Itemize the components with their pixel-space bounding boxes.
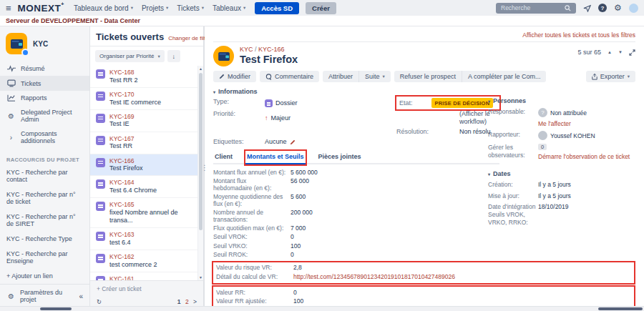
field-label: Valeur du risque VR: (216, 265, 293, 272)
sidebar-item-tickets[interactable]: Tickets (0, 76, 89, 91)
navbar-menu-item[interactable]: Projets▾ (139, 3, 171, 14)
assignee-value: Non attribuée (550, 109, 587, 117)
issue-type-icon (96, 276, 105, 280)
ticket-list-item[interactable]: KYC-163 test 6.4 (90, 228, 197, 250)
settings-icon[interactable]: ⚙ (613, 4, 623, 13)
previous-ticket-icon[interactable]: ▲ (608, 50, 612, 54)
search-input[interactable] (499, 4, 563, 12)
monext-logo[interactable]: MONEXT+ (18, 3, 64, 14)
acces-sd-button[interactable]: Accès SD (255, 2, 299, 14)
edit-button[interactable]: Modifier (213, 71, 256, 82)
send-icon[interactable] (582, 4, 592, 13)
assign-to-me-link[interactable]: Me l'affecter (538, 120, 623, 127)
refresh-icon[interactable]: ↻ (97, 298, 102, 305)
top-navbar: ≡ MONEXT+ Tableaux de bord▾ Projets▾ Tic… (0, 0, 644, 16)
ticket-list-item[interactable]: KYC-168 Test RR 2 (90, 66, 197, 88)
export-button[interactable]: Exporter ▾ (586, 71, 635, 82)
ticket-list-item[interactable]: KYC-169 Test IE (90, 110, 197, 132)
shortcut-link[interactable]: KYC - Recherche par n° de ticket (0, 187, 89, 209)
sort-dropdown[interactable]: Organiser par Priorité▾ (95, 50, 165, 62)
show-all-filters-link[interactable]: Afficher toutes les tickets et tous les … (213, 26, 635, 42)
fields-main: Montant flux annuel (en €): 5 600 000 Mo… (213, 167, 499, 259)
ticket-list-item[interactable]: KYC-164 Test 6.4 Chrome (90, 176, 197, 198)
shortcut-link[interactable]: KYC - Recherche par n° de SIRET (0, 209, 89, 231)
sidebar-item-resume[interactable]: Résumé (0, 61, 89, 76)
navbar-menu-item[interactable]: Tableaux de bord▾ (71, 3, 136, 14)
field-row: Montant flux annuel (en €): 5 600 000 (213, 167, 499, 176)
breadcrumb-ticket-key[interactable]: KYC-166 (258, 46, 285, 53)
more-actions-button[interactable]: Suite▾ (359, 71, 391, 82)
create-button[interactable]: Créer (306, 2, 336, 14)
ticket-list-item[interactable]: KYC-165 fixed Nombre annuel de transa... (90, 198, 197, 228)
scroll-up-icon[interactable]: ▲ (198, 66, 203, 71)
page-next-link[interactable]: > (193, 298, 197, 305)
user-avatar[interactable] (629, 4, 638, 13)
tab[interactable]: Client (213, 151, 234, 163)
shortcut-link[interactable]: KYC - Recherche par contact (0, 164, 89, 187)
assign-button[interactable]: Attribuer (323, 71, 359, 82)
scrollbar-thumb[interactable] (199, 73, 203, 230)
chevron-down-icon: ▾ (488, 172, 490, 177)
navbar-menu-item[interactable]: Tickets▾ (174, 3, 207, 14)
panel-resizer-handle[interactable]: ⋮ (201, 164, 208, 172)
sidebar-item-rapports[interactable]: Rapports (0, 91, 89, 105)
ticket-list-item[interactable]: KYC-162 test commerce 2 (90, 250, 197, 272)
page-2-link[interactable]: 2 (185, 298, 189, 305)
project-header[interactable]: KYC (0, 26, 89, 61)
horizontal-scrollbar[interactable] (0, 306, 644, 311)
edit-labels-icon[interactable] (290, 139, 296, 145)
start-watching-link[interactable]: Démarre l'observation de ce ticket (538, 153, 630, 160)
complete-by-com-button[interactable]: A compléter par le Com... (462, 71, 547, 82)
project-settings-link[interactable]: Paramètres du projet (20, 289, 74, 303)
ticket-list-item[interactable]: KYC-167 Test RR (90, 132, 197, 154)
ticket-list-item[interactable]: KYC-170 Test IE commerce (90, 88, 197, 110)
chevron-down-icon: ▾ (628, 74, 630, 79)
dates-section-header[interactable]: ▾ Dates (488, 170, 637, 177)
menu-icon[interactable]: ≡ (6, 3, 11, 14)
page-current[interactable]: 1 (177, 298, 181, 305)
comment-button[interactable]: Commentaire (260, 71, 319, 82)
help-icon[interactable]: ? (598, 4, 607, 12)
unassigned-avatar: ? (538, 108, 547, 117)
hscrollbar-thumb-right[interactable] (598, 307, 643, 310)
breadcrumb-project[interactable]: KYC (240, 46, 253, 53)
next-ticket-icon[interactable]: ▼ (618, 50, 623, 54)
vertical-scrollbar[interactable]: ▲ ▼ (197, 66, 203, 280)
project-avatar (213, 46, 234, 66)
chevron-right-icon: › (6, 134, 16, 142)
informations-section-header[interactable]: ▾ Informations (213, 88, 635, 95)
field-row: Valeur RR ajustée: 100 (216, 297, 631, 305)
field-label: Valeur RR: (216, 290, 293, 297)
fullscreen-icon[interactable] (629, 49, 635, 56)
add-link-button[interactable]: + Ajouter un lien (0, 268, 89, 284)
ticket-navigation: 5 sur 65 ▲ ▼ (578, 46, 635, 56)
pulse-icon (6, 65, 16, 72)
sidebar-footer: ⚙ Paramètres du projet « (0, 284, 89, 306)
sort-direction-button[interactable]: ↓ (167, 50, 180, 62)
people-section-header[interactable]: ▾ Personnes (488, 97, 637, 104)
sidebar-item-delegated-admin[interactable]: ⚙ Delegated Project Admin (0, 105, 89, 127)
shortcut-link[interactable]: KYC - Recherche par Enseigne (0, 246, 89, 268)
navbar-right: ? ⚙ (496, 3, 638, 14)
breadcrumb: KYC / KYC-166 (240, 46, 298, 53)
field-row: Flux quotidien max (en €): 7 000 (213, 224, 499, 232)
shortcut-link[interactable]: KYC - Recherche Type (0, 231, 89, 246)
ticket-key: KYC-163 (109, 231, 135, 239)
hscrollbar-thumb-left[interactable] (40, 307, 72, 310)
ticket-list-item[interactable]: KYC-166 Test Firefox (90, 154, 197, 177)
sidebar-item-composants[interactable]: › Composants additionnels (0, 127, 89, 148)
navbar-menu-item[interactable]: Tableaux▾ (210, 3, 248, 14)
refuse-prospect-button[interactable]: Refuser le prospect (394, 71, 462, 82)
create-ticket-link[interactable]: + Créer un ticket (90, 281, 203, 295)
ticket-list-header: Tickets ouverts Changer de filtre ▾ (90, 26, 203, 46)
logo-text: MONEXT (18, 3, 62, 14)
scroll-down-icon[interactable]: ▼ (198, 275, 203, 280)
reporter-row: Rapporteur: Youssef KOHEN (488, 131, 637, 140)
collapse-sidebar-icon[interactable]: « (79, 292, 83, 300)
ticket-list-item[interactable]: KYC-161 test commerce (90, 272, 197, 280)
tab[interactable]: Montants et Seuils (245, 151, 306, 164)
issue-type-icon (96, 92, 105, 101)
ticket-detail-panel: Afficher toutes les tickets et tous les … (205, 26, 644, 311)
search-box[interactable] (496, 3, 576, 14)
tab[interactable]: Pièces jointes (317, 151, 363, 163)
